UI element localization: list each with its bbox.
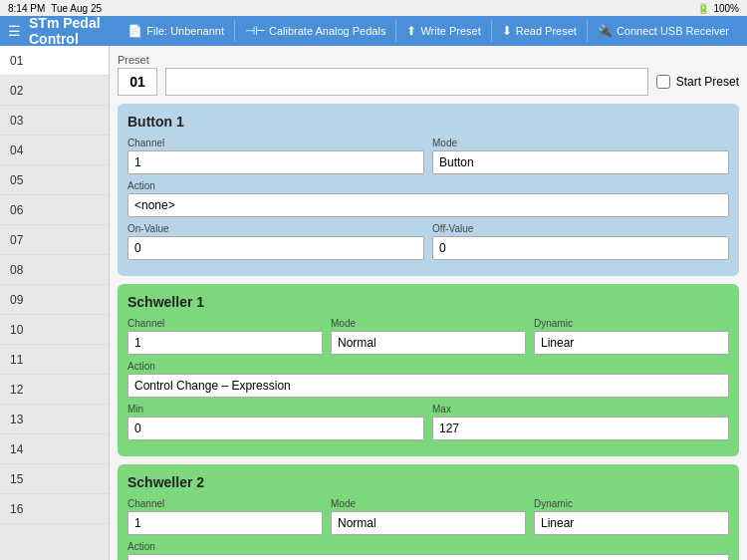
preset-label: Preset — [118, 54, 739, 66]
app-title: STm Pedal Control — [29, 15, 102, 47]
content-area: Preset Start Preset Button 1 Channel — [110, 46, 747, 560]
sidebar-item-10[interactable]: 10 — [0, 315, 109, 345]
button1-values-row: On-Value Off-Value — [127, 223, 729, 260]
button1-onvalue-group: On-Value — [127, 223, 424, 260]
button1-action-label: Action — [127, 180, 729, 191]
section-button1: Button 1 Channel Mode Action — [118, 104, 739, 276]
button1-onvalue-input[interactable] — [127, 236, 424, 260]
sidebar: 01 02 03 04 05 06 07 08 09 10 11 12 13 1… — [0, 46, 110, 560]
preset-number-input[interactable] — [118, 68, 157, 96]
write-preset-label: Write Preset — [420, 25, 480, 37]
section-schweller1-title: Schweller 1 — [127, 294, 729, 310]
schweller2-mode-input[interactable] — [331, 511, 526, 535]
connect-action[interactable]: 🔌 Connect USB Receiver — [588, 20, 739, 42]
section-schweller1: Schweller 1 Channel Mode Dynamic — [118, 284, 739, 456]
schweller2-action-group: Action — [127, 541, 729, 560]
preset-row: Start Preset — [118, 68, 739, 96]
schweller2-channel-input[interactable] — [127, 511, 323, 535]
schweller1-channel-input[interactable] — [127, 331, 323, 355]
sidebar-item-12[interactable]: 12 — [0, 375, 109, 405]
status-time: 8:14 PM — [8, 3, 45, 14]
schweller1-channel-group: Channel — [127, 318, 323, 355]
start-preset-label: Start Preset — [676, 75, 739, 89]
schweller1-channel-label: Channel — [127, 318, 323, 329]
schweller2-channel-group: Channel — [127, 498, 323, 535]
schweller1-min-label: Min — [127, 404, 424, 415]
schweller1-dynamic-label: Dynamic — [534, 318, 729, 329]
schweller1-max-label: Max — [432, 404, 729, 415]
schweller1-action-label: Action — [127, 361, 729, 372]
schweller2-main-row: Channel Mode Dynamic — [127, 498, 729, 535]
sidebar-item-04[interactable]: 04 — [0, 136, 109, 165]
status-day: Tue Aug 25 — [51, 3, 102, 14]
schweller1-mode-input[interactable] — [331, 331, 526, 355]
preset-name-input[interactable] — [165, 68, 648, 96]
battery-icon: 🔋 — [697, 3, 709, 14]
menu-icon[interactable]: ☰ — [8, 23, 21, 39]
section-schweller2-title: Schweller 2 — [127, 474, 729, 490]
file-action[interactable]: 📄 File: Unbenannt — [118, 20, 235, 42]
schweller2-mode-label: Mode — [331, 498, 526, 509]
button1-mode-input[interactable] — [432, 150, 729, 174]
schweller2-action-input[interactable] — [127, 554, 729, 560]
sidebar-item-16[interactable]: 16 — [0, 494, 109, 524]
sidebar-item-13[interactable]: 13 — [0, 405, 109, 434]
button1-channel-group: Channel — [127, 138, 424, 174]
connect-icon: 🔌 — [598, 24, 613, 38]
schweller1-min-input[interactable] — [127, 417, 424, 440]
sidebar-item-03[interactable]: 03 — [0, 106, 109, 136]
schweller2-mode-group: Mode — [331, 498, 526, 535]
schweller1-mode-label: Mode — [331, 318, 526, 329]
schweller2-channel-label: Channel — [127, 498, 323, 509]
preset-section: Preset Start Preset — [118, 54, 739, 96]
sidebar-item-05[interactable]: 05 — [0, 165, 109, 195]
section-schweller2: Schweller 2 Channel Mode Dynamic — [118, 464, 739, 560]
button1-onvalue-label: On-Value — [127, 223, 424, 234]
sidebar-item-08[interactable]: 08 — [0, 255, 109, 285]
sidebar-item-06[interactable]: 06 — [0, 195, 109, 225]
schweller1-action-group: Action — [127, 361, 729, 398]
button1-mode-label: Mode — [432, 138, 729, 148]
button1-offvalue-input[interactable] — [432, 236, 729, 260]
write-preset-action[interactable]: ⬆ Write Preset — [396, 20, 491, 42]
connect-label: Connect USB Receiver — [617, 25, 729, 37]
sidebar-item-11[interactable]: 11 — [0, 345, 109, 375]
file-icon: 📄 — [127, 24, 142, 38]
button1-channel-mode-row: Channel Mode — [127, 138, 729, 174]
schweller1-min-group: Min — [127, 404, 424, 440]
sidebar-item-02[interactable]: 02 — [0, 76, 109, 106]
sidebar-item-07[interactable]: 07 — [0, 225, 109, 255]
button1-action-row: Action — [127, 180, 729, 217]
button1-action-group: Action — [127, 180, 729, 217]
schweller1-max-input[interactable] — [432, 417, 729, 440]
schweller1-main-row: Channel Mode Dynamic — [127, 318, 729, 355]
schweller1-dynamic-group: Dynamic — [534, 318, 729, 355]
read-preset-icon: ⬇ — [502, 24, 512, 38]
button1-action-input[interactable] — [127, 193, 729, 217]
calibrate-action[interactable]: ⊣⊢ Calibrate Analog Pedals — [235, 20, 396, 42]
schweller2-action-label: Action — [127, 541, 729, 552]
schweller1-action-input[interactable] — [127, 374, 729, 398]
title-bar: ☰ STm Pedal Control 📄 File: Unbenannt ⊣⊢… — [0, 16, 747, 46]
battery-level: 100% — [713, 3, 739, 14]
sidebar-item-09[interactable]: 09 — [0, 285, 109, 315]
title-bar-actions: 📄 File: Unbenannt ⊣⊢ Calibrate Analog Pe… — [118, 20, 739, 42]
sidebar-item-14[interactable]: 14 — [0, 434, 109, 464]
button1-mode-group: Mode — [432, 138, 729, 174]
schweller2-dynamic-group: Dynamic — [534, 498, 729, 535]
sidebar-item-15[interactable]: 15 — [0, 464, 109, 494]
calibrate-label: Calibrate Analog Pedals — [269, 25, 385, 37]
button1-offvalue-label: Off-Value — [432, 223, 729, 234]
read-preset-action[interactable]: ⬇ Read Preset — [492, 20, 588, 42]
start-preset-checkbox[interactable] — [656, 75, 670, 89]
schweller1-mode-group: Mode — [331, 318, 526, 355]
schweller1-dynamic-input[interactable] — [534, 331, 729, 355]
sidebar-item-01[interactable]: 01 — [0, 46, 109, 76]
button1-channel-input[interactable] — [127, 150, 424, 174]
button1-channel-label: Channel — [127, 138, 424, 148]
schweller2-dynamic-input[interactable] — [534, 511, 729, 535]
status-bar: 8:14 PM Tue Aug 25 🔋 100% — [0, 0, 747, 16]
schweller1-range-row: Min Max — [127, 404, 729, 440]
start-preset-row: Start Preset — [656, 75, 739, 89]
schweller2-action-row: Action — [127, 541, 729, 560]
